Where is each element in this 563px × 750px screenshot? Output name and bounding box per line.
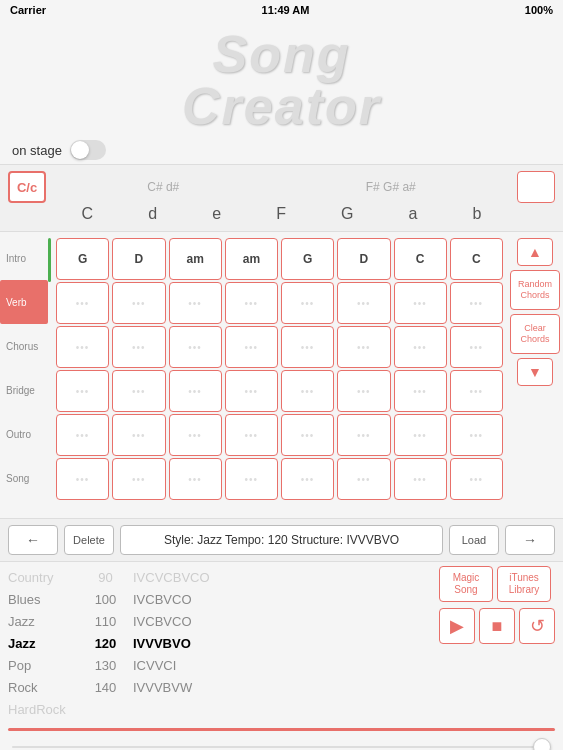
song-row-rock[interactable]: Rock 140 IVVVBVW — [8, 676, 433, 698]
key-a[interactable]: a — [409, 205, 418, 223]
chord-cell[interactable]: ••• — [281, 370, 334, 412]
chord-cell[interactable]: ••• — [225, 370, 278, 412]
chord-cell[interactable]: ••• — [112, 282, 165, 324]
chord-cell[interactable]: ••• — [281, 414, 334, 456]
back-button[interactable]: ← — [8, 525, 58, 555]
sharp-key-fs[interactable]: F# G# a# — [366, 180, 416, 194]
chord-cell[interactable]: am — [169, 238, 222, 280]
section-outro[interactable]: Outro — [0, 412, 48, 456]
arrow-up-button[interactable]: ▲ — [517, 238, 553, 266]
chord-cell[interactable]: ••• — [450, 414, 503, 456]
key-g[interactable]: G — [341, 205, 353, 223]
key-b[interactable]: b — [473, 205, 482, 223]
chord-cell[interactable]: ••• — [112, 370, 165, 412]
delete-button[interactable]: Delete — [64, 525, 114, 555]
song-row-blues[interactable]: Blues 100 IVCBVCO — [8, 588, 433, 610]
chord-cell[interactable]: D — [112, 238, 165, 280]
chord-cell[interactable]: am — [225, 238, 278, 280]
chord-cell[interactable]: ••• — [450, 458, 503, 500]
key-e[interactable]: e — [212, 205, 221, 223]
song-row-hardrock[interactable]: HardRock — [8, 698, 433, 720]
chord-cell[interactable]: ••• — [56, 458, 109, 500]
chord-cell[interactable]: ••• — [337, 370, 390, 412]
chord-cell[interactable]: ••• — [112, 458, 165, 500]
chord-cell[interactable]: ••• — [56, 414, 109, 456]
key-c[interactable]: C — [82, 205, 94, 223]
chord-cell[interactable]: ••• — [394, 326, 447, 368]
chord-cell[interactable]: G — [281, 238, 334, 280]
clear-chords-button[interactable]: Clear Chords — [510, 314, 560, 354]
section-labels: Intro Verb Chorus Bridge Outro Song — [0, 236, 48, 514]
key-empty[interactable] — [517, 171, 555, 203]
random-chords-button[interactable]: Random Chords — [510, 270, 560, 310]
arrow-down-button[interactable]: ▼ — [517, 358, 553, 386]
song-tempo: 100 — [88, 592, 123, 607]
section-verb[interactable]: Verb — [0, 280, 48, 324]
song-row-jazz-120-active[interactable]: Jazz 120 IVVVBVO — [8, 632, 433, 654]
section-intro[interactable]: Intro — [0, 236, 48, 280]
section-song[interactable]: Song — [0, 456, 48, 500]
load-button[interactable]: Load — [449, 525, 499, 555]
stop-button[interactable]: ■ — [479, 608, 515, 644]
grid-row-bridge: ••• ••• ••• ••• ••• ••• ••• ••• — [56, 370, 503, 412]
chord-cell[interactable]: ••• — [281, 458, 334, 500]
magic-itunes-row: Magic Song iTunes Library — [439, 566, 555, 602]
magic-song-button[interactable]: Magic Song — [439, 566, 493, 602]
chord-cell[interactable]: ••• — [56, 282, 109, 324]
chord-cell[interactable]: ••• — [394, 370, 447, 412]
cc-key[interactable]: C/c — [8, 171, 46, 203]
song-row-pop[interactable]: Pop 130 ICVVCI — [8, 654, 433, 676]
chord-cell[interactable]: ••• — [112, 414, 165, 456]
play-button[interactable]: ▶ — [439, 608, 475, 644]
chord-cell[interactable]: ••• — [337, 326, 390, 368]
chord-cell[interactable]: ••• — [450, 326, 503, 368]
sharp-key-cs[interactable]: C# d# — [147, 180, 179, 194]
chord-cell[interactable]: C — [394, 238, 447, 280]
chord-cell[interactable]: ••• — [281, 326, 334, 368]
chord-cell[interactable]: ••• — [225, 458, 278, 500]
chord-cell[interactable]: ••• — [225, 326, 278, 368]
section-chorus[interactable]: Chorus — [0, 324, 48, 368]
chord-cell[interactable]: ••• — [394, 458, 447, 500]
slider-track[interactable] — [12, 746, 551, 748]
chord-cell[interactable]: ••• — [337, 282, 390, 324]
key-d[interactable]: d — [148, 205, 157, 223]
chord-cell[interactable]: ••• — [169, 414, 222, 456]
chord-cell[interactable]: ••• — [56, 370, 109, 412]
chord-cell[interactable]: C — [450, 238, 503, 280]
chord-cell[interactable]: ••• — [394, 414, 447, 456]
chord-cell[interactable]: ••• — [169, 326, 222, 368]
active-divider — [48, 238, 51, 282]
chord-cell[interactable]: D — [337, 238, 390, 280]
on-stage-toggle[interactable] — [70, 140, 106, 160]
chord-cell[interactable]: ••• — [169, 458, 222, 500]
status-bar: Carrier 11:49 AM 100% — [0, 0, 563, 20]
chord-cell[interactable]: ••• — [169, 282, 222, 324]
transport-bar: ← Delete Style: Jazz Tempo: 120 Structur… — [0, 518, 563, 562]
section-bridge[interactable]: Bridge — [0, 368, 48, 412]
chord-cell[interactable]: ••• — [225, 414, 278, 456]
slider-thumb[interactable] — [533, 738, 551, 750]
chord-cell[interactable]: ••• — [169, 370, 222, 412]
slider-container[interactable] — [8, 737, 555, 750]
song-row-jazz-110[interactable]: Jazz 110 IVCBVCO — [8, 610, 433, 632]
chord-cell[interactable]: ••• — [56, 326, 109, 368]
chord-cell[interactable]: ••• — [337, 414, 390, 456]
song-structure: IVCBVCO — [133, 614, 192, 629]
chord-cell[interactable]: ••• — [225, 282, 278, 324]
chord-cell[interactable]: ••• — [450, 370, 503, 412]
chord-cell[interactable]: G — [56, 238, 109, 280]
key-f[interactable]: F — [276, 205, 286, 223]
chord-cell[interactable]: ••• — [394, 282, 447, 324]
chord-cell[interactable]: ••• — [281, 282, 334, 324]
forward-button[interactable]: → — [505, 525, 555, 555]
repeat-button[interactable]: ↺ — [519, 608, 555, 644]
chord-cell[interactable]: ••• — [450, 282, 503, 324]
chord-cell[interactable]: ••• — [112, 326, 165, 368]
chord-cell[interactable]: ••• — [337, 458, 390, 500]
itunes-library-button[interactable]: iTunes Library — [497, 566, 551, 602]
grid-row-song: ••• ••• ••• ••• ••• ••• ••• ••• — [56, 458, 503, 500]
grid-area: G D am am G D C C ••• ••• ••• ••• ••• ••… — [52, 236, 507, 514]
song-structure: IVVVBVW — [133, 680, 192, 695]
song-name: Country — [8, 570, 78, 585]
